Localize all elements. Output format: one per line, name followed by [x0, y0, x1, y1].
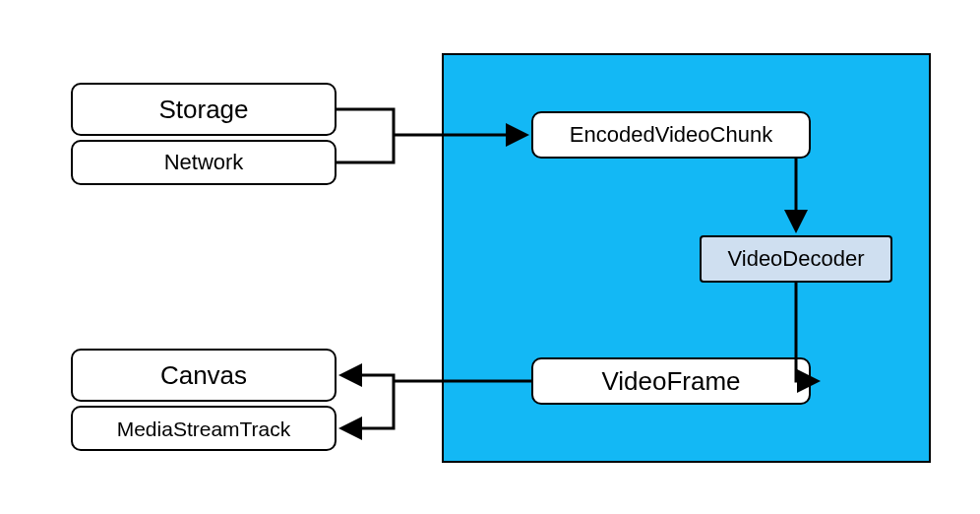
node-network-label: Network [164, 152, 244, 173]
edge-network-to-chunk [337, 135, 394, 162]
node-canvas-label: Canvas [160, 362, 247, 388]
node-network: Network [71, 140, 337, 185]
edge-storage-to-chunk [337, 109, 394, 135]
diagram-stage: Storage Network Canvas MediaStreamTrack … [0, 0, 980, 514]
node-canvas: Canvas [71, 349, 337, 402]
node-videodecoder: VideoDecoder [700, 235, 892, 283]
node-decoder-label: VideoDecoder [727, 248, 864, 270]
node-chunk-label: EncodedVideoChunk [570, 124, 772, 146]
node-frame-label: VideoFrame [601, 368, 740, 394]
node-storage-label: Storage [158, 96, 248, 122]
edge-frame-to-mst [342, 381, 394, 428]
edge-frame-to-canvas [342, 375, 394, 381]
node-storage: Storage [71, 83, 337, 136]
node-videoframe: VideoFrame [531, 357, 811, 405]
node-mediastreamtrack: MediaStreamTrack [71, 406, 337, 451]
node-mst-label: MediaStreamTrack [117, 418, 291, 439]
node-encodedvideochunk: EncodedVideoChunk [531, 111, 811, 159]
